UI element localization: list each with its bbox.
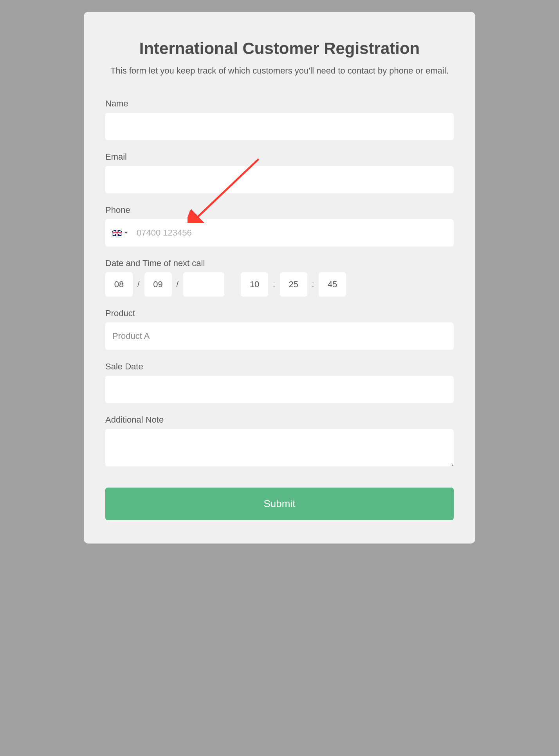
note-label: Additional Note (105, 415, 454, 425)
date-separator: / (137, 280, 141, 289)
saledate-group: Sale Date (105, 362, 454, 403)
note-textarea[interactable] (105, 429, 454, 466)
phone-input[interactable] (132, 219, 447, 247)
phone-label: Phone (105, 205, 454, 215)
uk-flag-icon (112, 230, 122, 236)
country-selector[interactable] (112, 221, 132, 245)
datetime-label: Date and Time of next call (105, 258, 454, 268)
name-input[interactable] (105, 113, 454, 140)
date-separator: / (176, 280, 180, 289)
date-month-input[interactable] (144, 272, 172, 297)
name-label: Name (105, 99, 454, 109)
email-input[interactable] (105, 166, 454, 193)
form-subtitle: This form let you keep track of which cu… (105, 65, 454, 77)
saledate-input[interactable] (105, 376, 454, 403)
phone-group: Phone (105, 205, 454, 247)
email-group: Email (105, 152, 454, 193)
product-label: Product (105, 308, 454, 319)
form-title: International Customer Registration (105, 39, 454, 58)
saledate-label: Sale Date (105, 362, 454, 372)
datetime-group: Date and Time of next call / / : : (105, 258, 454, 297)
datetime-row: / / : : (105, 272, 454, 297)
time-separator: : (272, 280, 276, 289)
note-group: Additional Note (105, 415, 454, 468)
time-hour-input[interactable] (241, 272, 268, 297)
date-year-input[interactable] (183, 272, 224, 297)
name-group: Name (105, 99, 454, 140)
chevron-down-icon (124, 232, 128, 234)
submit-button[interactable]: Submit (105, 488, 454, 520)
phone-input-wrap (105, 219, 454, 247)
time-second-input[interactable] (319, 272, 346, 297)
email-label: Email (105, 152, 454, 162)
date-day-input[interactable] (105, 272, 133, 297)
time-separator: : (311, 280, 315, 289)
registration-form-card: International Customer Registration This… (84, 12, 475, 544)
product-group: Product Product A (105, 308, 454, 350)
product-select[interactable]: Product A (105, 322, 454, 350)
time-minute-input[interactable] (280, 272, 307, 297)
